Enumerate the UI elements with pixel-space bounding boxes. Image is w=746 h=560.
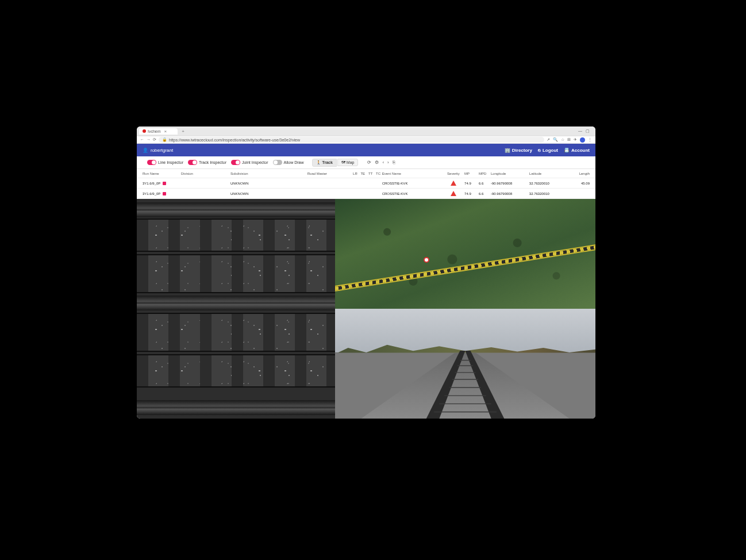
toggle-switch-icon <box>231 160 240 165</box>
col-run-header[interactable]: Run Name <box>143 172 181 175</box>
severity-warning-icon <box>451 191 456 196</box>
col-length-header[interactable]: Length <box>568 172 590 175</box>
map-icon: 🗺 <box>341 160 345 164</box>
col-tt-header[interactable]: TT <box>367 172 374 175</box>
account-button[interactable]: 📇 Account <box>564 148 590 153</box>
reload-icon[interactable]: ⟳ <box>153 137 156 142</box>
menu-icon[interactable]: ⋮ <box>588 137 592 142</box>
directory-button[interactable]: 🏢 Directory <box>505 148 532 153</box>
new-tab-button[interactable]: + <box>180 129 186 134</box>
directory-icon: 🏢 <box>505 148 510 153</box>
browser-address-bar: ← → ⟳ 🔒 https://www.iwtracecloud.com/ins… <box>137 136 595 144</box>
line-inspector-toggle[interactable]: Line Inspector <box>147 160 183 165</box>
table-row[interactable]: 3Y1.6/9_0P UNKNOWN CROSSTIE-KVK 74.9 6.6… <box>137 189 595 199</box>
map-view-button[interactable]: 🗺 Map <box>337 159 359 166</box>
forward-icon[interactable]: → <box>147 137 151 142</box>
svg-marker-1 <box>466 351 505 419</box>
app-top-bar: 👤 robertgrant 🏢 Directory ⎋ Logout 📇 Acc… <box>137 144 595 156</box>
col-event-header[interactable]: Event Name <box>382 172 443 175</box>
col-division-header[interactable]: Division <box>181 172 230 175</box>
profile-avatar-icon[interactable] <box>580 137 585 143</box>
browser-tab[interactable]: Ivchem × <box>139 128 178 135</box>
logout-button[interactable]: ⎋ Logout <box>538 148 558 153</box>
refresh-icon[interactable]: ⟳ <box>367 160 371 165</box>
extensions-icon[interactable]: ⊞ <box>567 137 571 142</box>
toggle-switch-icon <box>273 160 282 165</box>
minimize-icon[interactable]: — <box>578 129 582 133</box>
lock-icon: 🔒 <box>162 137 167 142</box>
maximize-icon[interactable]: ▢ <box>586 129 590 133</box>
scan-tie-row <box>137 254 335 293</box>
tab-favicon-icon <box>143 129 146 133</box>
export-icon[interactable]: ⎘ <box>393 160 395 165</box>
scan-tie-row <box>137 354 335 388</box>
filter-toolbar: Line Inspector Track Inspector Joint Ins… <box>137 156 595 169</box>
col-subdivision-header[interactable]: Subdivision <box>230 172 307 175</box>
flag-icon <box>163 182 166 185</box>
url-input[interactable]: 🔒 https://www.iwtracecloud.com/inspectio… <box>159 137 544 143</box>
scan-tie-row <box>137 218 335 252</box>
bookmark-icon[interactable]: ☆ <box>561 137 564 142</box>
scan-tie-row <box>137 313 335 352</box>
scan-rail <box>137 400 335 415</box>
tab-title: Ivchem <box>148 129 161 133</box>
col-longitude-header[interactable]: Longitude <box>491 172 529 175</box>
col-latitude-header[interactable]: Latitude <box>529 172 568 175</box>
track-inspector-toggle[interactable]: Track Inspector <box>188 160 226 165</box>
close-tab-icon[interactable]: × <box>163 129 169 134</box>
allow-draw-toggle[interactable]: Allow Draw <box>273 160 304 165</box>
settings-icon[interactable]: ⚙ <box>375 160 379 165</box>
username: robertgrant <box>151 148 173 153</box>
logout-icon: ⎋ <box>538 148 541 153</box>
svg-marker-0 <box>426 351 466 419</box>
person-icon: 🚶 <box>316 160 321 165</box>
satellite-map-panel[interactable] <box>335 199 595 309</box>
table-row[interactable]: 3Y1.6/9_0P UNKNOWN CROSSTIE-KVK 74.9 6.6… <box>137 178 595 189</box>
col-mpd-header[interactable]: MPD <box>479 172 491 175</box>
prev-icon[interactable]: ‹ <box>382 160 384 165</box>
camera-rails <box>335 351 595 419</box>
track-scan-panel[interactable] <box>137 199 335 419</box>
scan-rail <box>137 202 335 217</box>
col-lr-header[interactable]: LR <box>351 172 359 175</box>
col-severity-header[interactable]: Severity <box>443 172 464 175</box>
col-mp-header[interactable]: MP <box>464 172 479 175</box>
zoom-icon[interactable]: 🔍 <box>553 137 558 142</box>
account-icon: 📇 <box>564 148 570 153</box>
view-panels <box>137 199 595 419</box>
track-view-button[interactable]: 🚶 Track <box>312 159 337 167</box>
table-header-row: Run Name Division Subdivision Road Maste… <box>137 169 595 178</box>
user-icon: 👤 <box>143 148 148 153</box>
toggle-switch-icon <box>188 160 197 165</box>
scan-rail <box>137 296 335 310</box>
flag-icon <box>163 192 166 195</box>
col-te-header[interactable]: TE <box>359 172 367 175</box>
joint-inspector-toggle[interactable]: Joint Inspector <box>231 160 268 165</box>
camera-sky <box>335 309 595 352</box>
back-icon[interactable]: ← <box>140 137 144 142</box>
col-tc-header[interactable]: TC <box>374 172 382 175</box>
browser-window: Ivchem × + — ▢ ← → ⟳ 🔒 https://www.iwtra… <box>137 126 595 419</box>
next-icon[interactable]: › <box>387 160 389 165</box>
browser-tab-bar: Ivchem × + — ▢ <box>137 126 595 136</box>
toggle-switch-icon <box>147 160 156 165</box>
send-icon[interactable]: ✈ <box>574 137 577 142</box>
front-camera-panel[interactable] <box>335 309 595 419</box>
share-icon[interactable]: ↗ <box>547 137 550 142</box>
col-roadmaster-header[interactable]: Road Master <box>307 172 351 175</box>
severity-warning-icon <box>451 181 456 186</box>
url-text: https://www.iwtracecloud.com/inspection/… <box>169 138 300 142</box>
